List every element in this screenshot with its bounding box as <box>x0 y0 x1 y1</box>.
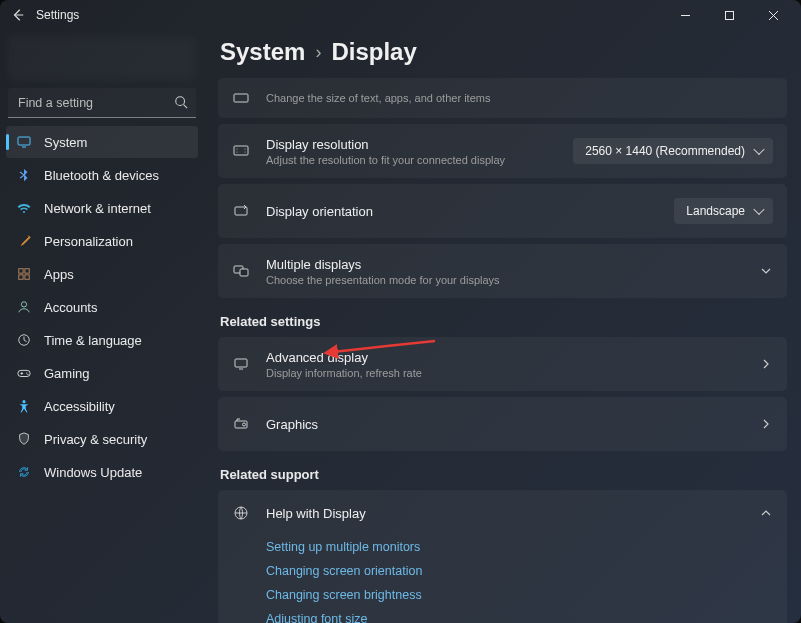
sidebar-item-accessibility[interactable]: Accessibility <box>6 390 198 422</box>
panel-resolution-title: Display resolution <box>266 137 557 152</box>
advanced-display-desc: Display information, refresh rate <box>266 367 743 379</box>
brush-icon <box>16 233 32 249</box>
chevron-right-icon: › <box>315 42 321 63</box>
sidebar-item-gaming[interactable]: Gaming <box>6 357 198 389</box>
maximize-button[interactable] <box>707 0 751 30</box>
wifi-icon <box>16 200 32 216</box>
svg-point-18 <box>245 152 246 153</box>
svg-rect-0 <box>725 11 733 19</box>
sidebar-item-label: Personalization <box>44 234 133 249</box>
window-title: Settings <box>36 8 79 22</box>
svg-point-7 <box>21 302 26 307</box>
sidebar-item-apps[interactable]: Apps <box>6 258 198 290</box>
sidebar: SystemBluetooth & devicesNetwork & inter… <box>0 30 204 623</box>
panel-resolution[interactable]: Display resolution Adjust the resolution… <box>218 124 787 178</box>
svg-rect-5 <box>19 275 23 279</box>
related-settings-heading: Related settings <box>220 314 787 329</box>
sidebar-item-accounts[interactable]: Accounts <box>6 291 198 323</box>
sidebar-item-time-language[interactable]: Time & language <box>6 324 198 356</box>
panel-resolution-desc: Adjust the resolution to fit your connec… <box>266 154 557 166</box>
sidebar-item-label: System <box>44 135 87 150</box>
sidebar-item-label: Bluetooth & devices <box>44 168 159 183</box>
svg-point-15 <box>237 149 238 150</box>
breadcrumb: System › Display <box>220 38 787 66</box>
titlebar: Settings <box>0 0 801 30</box>
orientation-dropdown[interactable]: Landscape <box>674 198 773 224</box>
minimize-icon <box>680 10 691 21</box>
help-link[interactable]: Changing screen brightness <box>266 588 773 602</box>
maximize-icon <box>724 10 735 21</box>
help-link[interactable]: Setting up multiple monitors <box>266 540 773 554</box>
sidebar-item-label: Network & internet <box>44 201 151 216</box>
main-content: System › Display Change the size of text… <box>204 30 801 623</box>
panel-multi-desc: Choose the presentation mode for your di… <box>266 274 743 286</box>
help-links: Setting up multiple monitorsChanging scr… <box>218 536 787 623</box>
svg-point-1 <box>176 97 185 106</box>
panel-graphics[interactable]: Graphics <box>218 397 787 451</box>
svg-rect-4 <box>25 269 29 273</box>
breadcrumb-parent[interactable]: System <box>220 38 305 66</box>
svg-rect-13 <box>234 94 248 102</box>
chevron-down-icon <box>759 264 773 278</box>
search-icon <box>174 95 188 113</box>
svg-rect-2 <box>18 137 30 145</box>
graphics-title: Graphics <box>266 417 743 432</box>
graphics-icon <box>232 415 250 433</box>
account-block[interactable] <box>8 36 196 80</box>
sidebar-item-network-internet[interactable]: Network & internet <box>6 192 198 224</box>
scale-icon <box>232 89 250 107</box>
svg-point-24 <box>243 423 246 426</box>
sidebar-item-bluetooth-devices[interactable]: Bluetooth & devices <box>6 159 198 191</box>
panel-orientation-title: Display orientation <box>266 204 658 219</box>
search-input[interactable] <box>8 88 196 118</box>
sidebar-item-label: Privacy & security <box>44 432 147 447</box>
globe-icon <box>232 504 250 522</box>
sidebar-item-personalization[interactable]: Personalization <box>6 225 198 257</box>
nav: SystemBluetooth & devicesNetwork & inter… <box>6 126 198 488</box>
chevron-up-icon <box>759 506 773 520</box>
chevron-right-icon <box>759 357 773 371</box>
arrow-left-icon <box>11 8 25 22</box>
shield-icon <box>16 431 32 447</box>
panel-multi-title: Multiple displays <box>266 257 743 272</box>
svg-rect-3 <box>19 269 23 273</box>
svg-point-16 <box>245 149 246 150</box>
orientation-icon <box>232 202 250 220</box>
help-card: Help with Display Setting up multiple mo… <box>218 490 787 623</box>
sidebar-item-windows-update[interactable]: Windows Update <box>6 456 198 488</box>
panel-scale[interactable]: Change the size of text, apps, and other… <box>218 78 787 118</box>
panel-orientation[interactable]: Display orientation Landscape <box>218 184 787 238</box>
help-header[interactable]: Help with Display <box>218 490 787 536</box>
back-button[interactable] <box>10 7 26 23</box>
sidebar-item-label: Gaming <box>44 366 90 381</box>
person-icon <box>16 299 32 315</box>
clock-icon <box>16 332 32 348</box>
game-icon <box>16 365 32 381</box>
settings-window: Settings SystemBluetooth & devicesNetwor… <box>0 0 801 623</box>
resolution-icon <box>232 142 250 160</box>
close-button[interactable] <box>751 0 795 30</box>
sidebar-item-privacy-security[interactable]: Privacy & security <box>6 423 198 455</box>
minimize-button[interactable] <box>663 0 707 30</box>
update-icon <box>16 464 32 480</box>
help-link[interactable]: Changing screen orientation <box>266 564 773 578</box>
close-icon <box>768 10 779 21</box>
sidebar-item-system[interactable]: System <box>6 126 198 158</box>
panel-multi-displays[interactable]: Multiple displays Choose the presentatio… <box>218 244 787 298</box>
help-title: Help with Display <box>266 506 743 521</box>
chevron-right-icon <box>759 417 773 431</box>
breadcrumb-current: Display <box>331 38 416 66</box>
help-link[interactable]: Adjusting font size <box>266 612 773 623</box>
bluetooth-icon <box>16 167 32 183</box>
resolution-dropdown[interactable]: 2560 × 1440 (Recommended) <box>573 138 773 164</box>
svg-point-12 <box>22 400 25 403</box>
panel-scale-desc: Change the size of text, apps, and other… <box>266 92 773 104</box>
panel-advanced-display[interactable]: Advanced display Display information, re… <box>218 337 787 391</box>
sidebar-item-label: Accounts <box>44 300 97 315</box>
search-container <box>8 88 196 118</box>
svg-point-11 <box>27 374 28 375</box>
apps-icon <box>16 266 32 282</box>
sidebar-item-label: Apps <box>44 267 74 282</box>
sidebar-item-label: Time & language <box>44 333 142 348</box>
system-icon <box>16 134 32 150</box>
